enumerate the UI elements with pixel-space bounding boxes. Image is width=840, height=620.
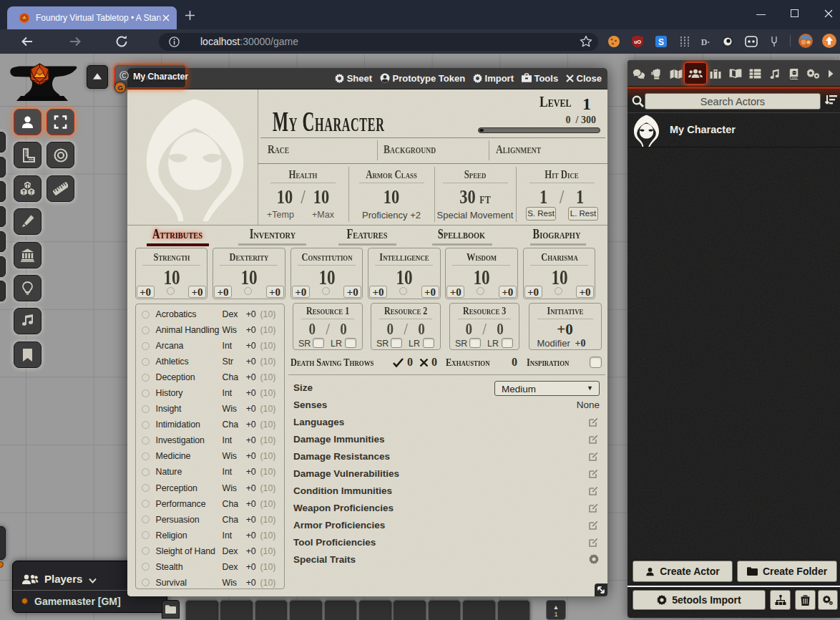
svg-text:S: S bbox=[658, 37, 664, 47]
svg-text:D·: D· bbox=[701, 37, 710, 47]
svg-text:uO: uO bbox=[634, 39, 641, 44]
